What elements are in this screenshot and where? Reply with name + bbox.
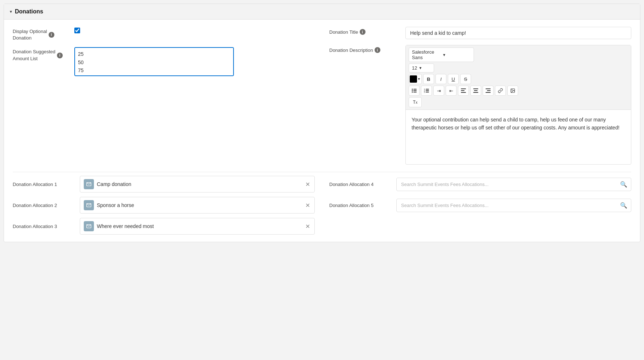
rte-list-row: 1. 2. 3. ⇥ ⇤ [409,86,628,96]
ordered-list-button[interactable]: 1. 2. 3. [421,86,432,96]
svg-rect-18 [486,88,491,89]
bold-button[interactable]: B [423,74,434,84]
align-left-button[interactable] [458,86,469,96]
donation-title-row: Donation Title i [329,27,631,39]
svg-text:3.: 3. [424,91,425,93]
font-family-value: Salesforce Sans [412,49,440,60]
donation-title-info-icon[interactable]: i [360,29,366,35]
allocation-3-remove[interactable]: ✕ [305,223,311,230]
allocation-5-search[interactable]: Search Summit Events Fees Allocations...… [396,199,631,212]
allocation-2-value: Sponsor a horse [97,202,302,208]
donation-title-input[interactable] [405,27,631,39]
display-optional-label: Display Optional Donation i [13,27,71,41]
rte-toolbar: Salesforce Sans ▼ 12 ▼ [406,45,631,110]
allocation-5-search-icon[interactable]: 🔍 [620,202,627,209]
allocation-1-icon [84,179,94,189]
allocation-1-remove[interactable]: ✕ [305,181,311,188]
font-size-select[interactable]: 12 ▼ [409,63,434,73]
allocation-section: Donation Allocation 1 Camp donation ✕ Do… [13,172,631,235]
font-family-dropdown-icon: ▼ [442,53,471,57]
allocation-1-row: Donation Allocation 1 Camp donation ✕ [13,176,315,193]
svg-rect-14 [461,92,466,93]
italic-button[interactable]: I [435,74,446,84]
description-text: Your optional contribution can help send… [412,116,625,132]
svg-rect-13 [461,90,465,91]
allocation-5-row: Donation Allocation 5 Search Summit Even… [329,197,631,214]
suggested-amount-info-icon[interactable]: i [57,53,63,58]
svg-point-2 [412,90,413,91]
font-family-select[interactable]: Salesforce Sans ▼ [409,47,474,62]
allocation-2-row: Donation Allocation 2 Sponsor a horse ✕ [13,197,315,214]
donation-description-row: Donation Description i Salesforce Sans ▼ [329,45,631,165]
rte-clear-row: Tx [409,97,628,107]
allocation-empty-right [329,218,631,235]
allocation-2-icon [84,200,94,210]
allocation-4-label: Donation Allocation 4 [329,182,393,187]
svg-rect-20 [486,92,491,93]
svg-rect-9 [426,90,429,91]
color-dropdown-icon: ▼ [417,77,421,81]
allocation-2-remove[interactable]: ✕ [305,202,311,209]
allocation-2-label: Donation Allocation 2 [13,203,76,208]
svg-rect-12 [461,88,466,89]
insert-image-button[interactable] [507,86,518,96]
text-color-button[interactable]: ▼ [409,74,422,84]
svg-point-4 [412,92,413,93]
panel-header: ▾ Donations [4,4,640,20]
allocation-3-label: Donation Allocation 3 [13,224,76,229]
svg-point-0 [412,89,413,90]
indent-decrease-button[interactable]: ⇤ [446,86,457,96]
svg-rect-11 [426,92,429,92]
display-optional-info-icon[interactable]: i [49,32,54,38]
insert-link-button[interactable] [495,86,506,96]
rte-content-area[interactable]: Your optional contribution can help send… [406,110,631,164]
underline-button[interactable]: U [448,74,459,84]
allocation-3-row: Donation Allocation 3 Where ever needed … [13,218,315,235]
allocation-4-row: Donation Allocation 4 Search Summit Even… [329,176,631,193]
allocation-1-value: Camp donation [97,181,302,187]
allocation-2-field[interactable]: Sponsor a horse ✕ [80,197,315,214]
allocation-3-icon [84,221,94,231]
panel-body: Display Optional Donation i Donation Sug… [4,20,640,242]
svg-rect-5 [413,92,417,92]
allocation-1-field[interactable]: Camp donation ✕ [80,176,315,193]
rich-text-editor: Salesforce Sans ▼ 12 ▼ [405,45,631,165]
indent-increase-button[interactable]: ⇥ [433,86,444,96]
svg-point-22 [512,90,512,90]
font-size-dropdown-icon: ▼ [418,66,422,70]
allocation-3-field[interactable]: Where ever needed most ✕ [80,218,315,235]
suggested-amount-row: Donation Suggested Amount List i 25 50 7… [13,47,315,77]
svg-rect-7 [426,89,429,90]
svg-rect-3 [413,90,417,91]
donation-description-label: Donation Description i [329,45,402,53]
display-optional-checkbox[interactable] [74,28,80,33]
align-right-button[interactable] [483,86,494,96]
suggested-amount-textarea[interactable]: 25 50 75 [74,47,234,76]
svg-rect-19 [487,90,491,91]
display-optional-row: Display Optional Donation i [13,27,315,41]
svg-rect-15 [473,88,478,89]
chevron-icon[interactable]: ▾ [10,9,12,14]
svg-rect-1 [413,89,417,90]
donations-panel: ▾ Donations Display Optional Donation i … [4,4,640,242]
suggested-amount-wrapper: 25 50 75 [74,47,234,77]
allocation-4-search-icon[interactable]: 🔍 [620,181,627,188]
unordered-list-button[interactable] [409,86,420,96]
clear-formatting-button[interactable]: Tx [409,97,422,107]
allocation-3-value: Where ever needed most [97,223,302,229]
color-swatch [410,75,417,83]
rte-font-row: Salesforce Sans ▼ [409,47,628,62]
strikethrough-button[interactable]: S [460,74,471,84]
font-size-value: 12 [412,65,417,71]
rte-format-row: ▼ B I U S [409,74,628,84]
svg-rect-17 [473,92,478,93]
allocation-4-placeholder: Search Summit Events Fees Allocations... [401,182,617,187]
allocation-1-label: Donation Allocation 1 [13,182,76,187]
align-center-button[interactable] [470,86,481,96]
donation-description-info-icon[interactable]: i [375,47,380,53]
right-column: Donation Title i Donation Description i [329,27,631,165]
donation-title-label: Donation Title i [329,27,402,35]
suggested-amount-label: Donation Suggested Amount List i [13,47,71,62]
allocation-4-search[interactable]: Search Summit Events Fees Allocations...… [396,178,631,191]
donation-title-content [405,27,631,39]
